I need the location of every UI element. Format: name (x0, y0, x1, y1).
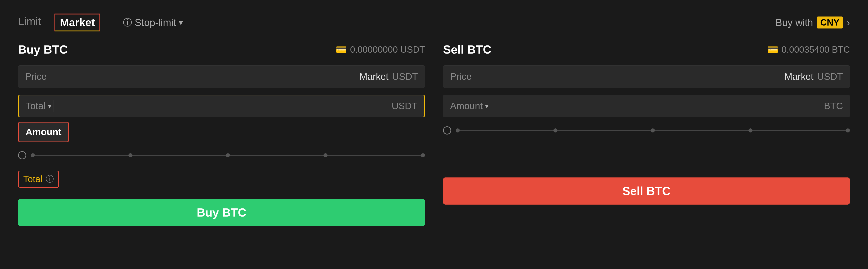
buy-slider-track[interactable] (31, 155, 425, 156)
buy-with-chevron: › (846, 17, 850, 28)
sell-amount-row: Amount ▾ BTC (443, 95, 850, 117)
sell-price-suffix: USDT (817, 71, 843, 82)
sell-spacer (443, 144, 850, 169)
sell-slider-dots (456, 128, 850, 132)
sell-card-icon: 💳 (767, 44, 778, 55)
tab-market[interactable]: Market (55, 13, 100, 31)
buy-amount-popup[interactable]: Amount (18, 122, 69, 142)
sell-panel-title: Sell BTC (443, 43, 491, 56)
sell-track-dot-4 (748, 128, 752, 132)
buy-panel-title: Buy BTC (18, 43, 68, 56)
sell-slider-handle[interactable] (443, 126, 451, 134)
buy-bottom-row: Total ⓘ (18, 169, 425, 190)
tab-bar: Limit Market ⓘ Stop-limit ▾ Buy with CNY… (18, 13, 850, 31)
sell-track-dot-3 (651, 128, 655, 132)
buy-market-label: Market (360, 71, 388, 82)
buy-track-dot-2 (128, 153, 132, 157)
sell-price-input[interactable] (477, 71, 784, 82)
sell-amount-dropdown-label: Amount (450, 100, 483, 112)
stop-limit-tab[interactable]: ⓘ Stop-limit ▾ (123, 16, 183, 29)
buy-slider-handle[interactable] (18, 151, 26, 159)
buy-total-divider (54, 100, 54, 112)
buy-total-dropdown[interactable]: Total ▾ (26, 100, 51, 112)
buy-balance-value: 0.00000000 USDT (350, 44, 425, 55)
sell-price-row: Price Market USDT (443, 65, 850, 88)
stop-limit-arrow: ▾ (179, 18, 183, 27)
buy-total-suffix: USDT (392, 100, 417, 112)
sell-amount-input[interactable] (493, 100, 824, 112)
buy-with-section[interactable]: Buy with CNY › (776, 17, 850, 28)
sell-balance-value: 0.00035400 BTC (782, 44, 850, 55)
sell-price-label: Price (450, 71, 477, 82)
sell-panel-header: Sell BTC 💳 0.00035400 BTC (443, 43, 850, 56)
sell-track-dot-1 (456, 128, 460, 132)
sell-track-dot-2 (553, 128, 557, 132)
buy-total-input[interactable] (56, 100, 392, 112)
buy-price-suffix: USDT (392, 71, 418, 82)
buy-total-dropdown-label: Total (26, 100, 46, 112)
buy-button[interactable]: Buy BTC (18, 199, 425, 226)
buy-total-label-box[interactable]: Total ⓘ (18, 171, 59, 188)
sell-button-label: Sell BTC (622, 184, 671, 198)
sell-amount-suffix: BTC (824, 100, 843, 112)
sell-track-dot-5 (846, 128, 850, 132)
buy-amount-popup-label: Amount (26, 127, 61, 137)
buy-panel: Buy BTC 💳 0.00000000 USDT Price Market U… (18, 43, 425, 256)
buy-track-dot-5 (421, 153, 425, 157)
sell-amount-divider (491, 100, 491, 112)
buy-slider-row (18, 149, 425, 161)
tab-limit[interactable]: Limit (18, 15, 41, 30)
sell-panel: Sell BTC 💳 0.00035400 BTC Price Market U… (443, 43, 850, 256)
buy-with-label: Buy with (776, 17, 813, 28)
main-container: Limit Market ⓘ Stop-limit ▾ Buy with CNY… (0, 0, 868, 269)
buy-price-row: Price Market USDT (18, 65, 425, 88)
buy-total-label: Total (23, 174, 42, 184)
card-icon: 💳 (336, 44, 347, 55)
buy-price-input[interactable] (52, 71, 360, 82)
buy-track-dot-3 (226, 153, 230, 157)
buy-balance-info: 💳 0.00000000 USDT (336, 44, 425, 55)
sell-slider-row (443, 124, 850, 137)
sell-button[interactable]: Sell BTC (443, 177, 850, 205)
buy-total-info-icon: ⓘ (46, 174, 54, 185)
panels-container: Buy BTC 💳 0.00000000 USDT Price Market U… (18, 43, 850, 256)
buy-button-label: Buy BTC (197, 206, 246, 219)
sell-amount-chevron: ▾ (485, 102, 489, 110)
buy-total-chevron: ▾ (48, 102, 51, 110)
sell-slider-track[interactable] (456, 130, 850, 131)
buy-amount-popup-container: Amount (18, 122, 425, 142)
currency-badge: CNY (817, 17, 843, 28)
sell-balance-info: 💳 0.00035400 BTC (767, 44, 850, 55)
buy-total-row: Total ▾ USDT (18, 95, 425, 117)
buy-price-label: Price (25, 71, 52, 82)
sell-amount-dropdown[interactable]: Amount ▾ (450, 100, 489, 112)
buy-panel-header: Buy BTC 💳 0.00000000 USDT (18, 43, 425, 56)
buy-track-dot-1 (31, 153, 35, 157)
buy-track-dot-4 (323, 153, 328, 157)
info-icon: ⓘ (123, 16, 132, 29)
sell-market-label: Market (784, 71, 813, 82)
stop-limit-label: Stop-limit (135, 17, 176, 28)
buy-slider-dots (31, 153, 425, 157)
